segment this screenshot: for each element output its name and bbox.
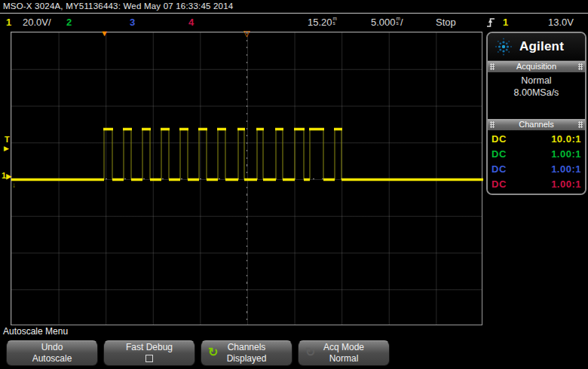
time-reference-marker[interactable]: ▽	[243, 29, 250, 38]
trigger-source[interactable]: 1	[503, 17, 508, 28]
brand-row: Agilent	[488, 33, 585, 61]
channel-2-row: DC 1.00:1	[492, 147, 581, 162]
softkey-label-line2: Autoscale	[7, 353, 97, 364]
channel-4-row: DC 1.00:1	[492, 177, 581, 192]
cycle-icon: ↻	[305, 346, 315, 358]
ch3-probe-ratio: 1.00:1	[551, 162, 581, 177]
ch2-probe-ratio: 1.00:1	[551, 147, 581, 162]
ch1-coupling: DC	[492, 132, 507, 147]
acquisition-header-label: Acquisition	[516, 61, 556, 72]
fast-debug-button[interactable]: Fast Debug	[103, 340, 195, 366]
channels-displayed-button[interactable]: ↻ Channels Displayed	[201, 340, 292, 366]
ch4-coupling: DC	[492, 177, 507, 192]
softkey-label-line1: Fast Debug	[104, 342, 194, 353]
instrument-id: MSO-X 3024A, MY51136443: Wed May 07 16:3…	[3, 2, 233, 11]
menu-title: Autoscale Menu	[3, 326, 68, 337]
channel-4-button[interactable]: 4	[188, 17, 194, 28]
channel-1-row: DC 10.0:1	[492, 132, 581, 147]
grip-dots-icon	[578, 121, 583, 128]
timebase-setting[interactable]: 5.000ms/	[371, 17, 403, 28]
ch2-coupling: DC	[492, 147, 507, 162]
horizontal-delay[interactable]: 15.20ms	[308, 17, 337, 28]
acquisition-mode: Normal	[488, 75, 585, 87]
trigger-level-value[interactable]: 13.0V	[548, 17, 574, 28]
channel1-waveform	[11, 32, 483, 326]
grip-dots-icon	[490, 121, 495, 128]
oscilloscope-screen: MSO-X 3024A, MY51136443: Wed May 07 16:3…	[0, 0, 588, 369]
trigger-level-label: T	[5, 135, 10, 144]
rising-edge-trigger-icon	[485, 16, 498, 29]
channels-panel-header[interactable]: Channels	[488, 119, 585, 130]
brand-name: Agilent	[519, 39, 564, 54]
sample-rate: 8.00MSa/s	[488, 87, 585, 99]
channels-panel-body: DC 10.0:1 DC 1.00:1 DC 1.00:1 DC 1.00:1	[488, 130, 585, 194]
grip-dots-icon	[490, 63, 495, 70]
delay-unit: ms	[333, 17, 337, 25]
ch4-probe-ratio: 1.00:1	[551, 177, 581, 192]
run-state-indicator: Stop	[436, 17, 456, 28]
softkey-label-line1: Undo	[7, 342, 97, 353]
status-bar: 1 20.0V/ 2 3 4 15.20ms 5.000ms/ Stop 1 1…	[0, 14, 588, 32]
ground-indicator-icon: ↓	[12, 181, 16, 189]
grip-dots-icon	[578, 63, 583, 70]
channel-3-button[interactable]: 3	[130, 17, 135, 28]
ch1-probe-ratio: 10.0:1	[551, 132, 581, 147]
trigger-point-marker[interactable]: ▼	[100, 29, 109, 38]
channels-header-label: Channels	[519, 119, 553, 130]
channel-2-button[interactable]: 2	[66, 17, 72, 28]
acquisition-panel-body: Normal 8.00MSa/s	[488, 72, 585, 119]
channel1-reference-marker[interactable]: 1▶	[2, 171, 11, 180]
channel-1-scale[interactable]: 20.0V/	[23, 17, 51, 28]
ch3-coupling: DC	[492, 162, 507, 177]
channel-1-button[interactable]: 1	[6, 17, 11, 28]
agilent-spark-icon	[492, 35, 515, 58]
acq-mode-button[interactable]: ↻ Acq Mode Normal	[298, 340, 390, 366]
fast-debug-checkbox[interactable]	[145, 355, 153, 362]
trigger-level-marker[interactable]: ▶	[4, 145, 9, 152]
undo-autoscale-button[interactable]: Undo Autoscale	[6, 340, 98, 366]
waveform-graticule[interactable]: ▼ ▽	[11, 32, 482, 325]
channel-3-row: DC 1.00:1	[492, 162, 581, 177]
info-panel: Agilent Acquisition Normal 8.00MSa/s Cha…	[486, 32, 586, 195]
title-bar: MSO-X 3024A, MY51136443: Wed May 07 16:3…	[0, 0, 588, 14]
cycle-icon: ↻	[208, 346, 218, 358]
acquisition-panel-header[interactable]: Acquisition	[488, 61, 585, 72]
